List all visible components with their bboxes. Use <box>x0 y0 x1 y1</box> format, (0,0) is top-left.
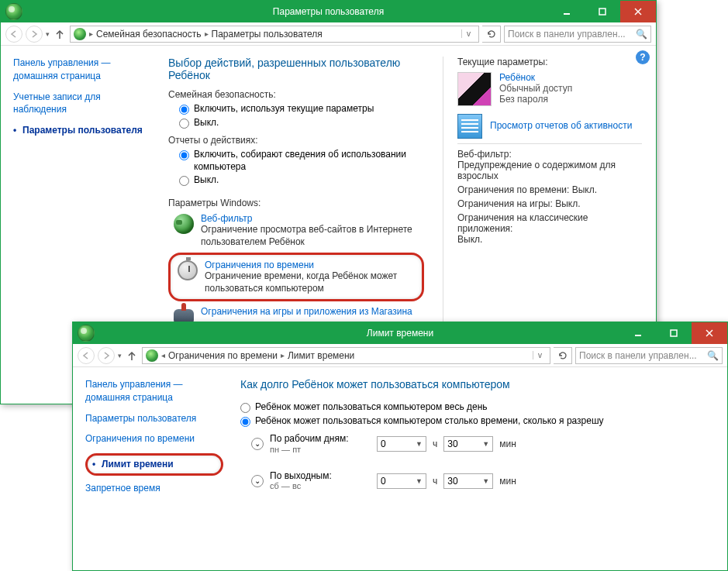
search-placeholder: Поиск в панели управлен... <box>508 29 626 40</box>
refresh-button[interactable] <box>554 347 572 364</box>
forward-button[interactable] <box>98 347 115 364</box>
radio-input[interactable] <box>179 150 189 160</box>
svg-rect-6 <box>671 330 677 336</box>
titlebar[interactable]: Параметры пользователя <box>1 1 656 22</box>
chevron-right-icon[interactable]: ▸ <box>205 29 209 38</box>
radio-input[interactable] <box>179 176 189 186</box>
up-button[interactable] <box>125 349 139 363</box>
window-title: Параметры пользователя <box>273 6 384 17</box>
radio-input[interactable] <box>179 105 189 115</box>
weekday-row: ⌄ По рабочим дням: пн — пт 0▼ ч 30▼ мин <box>251 433 713 455</box>
user-type: Обычный доступ <box>499 83 572 94</box>
sidebar-home-link[interactable]: Панель управления — домашняя страница <box>85 378 223 404</box>
web-filter-title[interactable]: Веб-фильтр <box>201 213 424 224</box>
sidebar-forbidden-time-link[interactable]: Запретное время <box>85 482 223 495</box>
time-limits-item[interactable]: Ограничения по времени Ограничение време… <box>177 260 416 294</box>
activity-reports-block[interactable]: Просмотр отчетов об активности <box>457 114 642 139</box>
expand-icon[interactable]: ⌄ <box>251 475 264 487</box>
sidebar-time-limit-link[interactable]: Лимит времени <box>92 458 216 471</box>
user-password: Без пароля <box>499 94 572 105</box>
radio-limited[interactable]: Ребёнок может пользоваться компьютером с… <box>240 415 713 428</box>
radio-input[interactable] <box>179 119 189 129</box>
weekday-hours-dropdown[interactable]: 0▼ <box>377 436 426 452</box>
svg-rect-1 <box>599 9 606 15</box>
refresh-button[interactable] <box>482 26 501 43</box>
radio-act-off[interactable]: Выкл. <box>179 174 424 187</box>
minimize-button[interactable] <box>620 322 656 344</box>
close-button[interactable] <box>620 1 656 22</box>
weekday-sub: пн — пт <box>270 445 371 455</box>
activity-reports-link[interactable]: Просмотр отчетов об активности <box>490 120 632 132</box>
breadcrumb-icon <box>74 28 86 40</box>
breadcrumb[interactable]: ▸ Ограничения по времени ▸ Лимит времени… <box>142 347 550 364</box>
radio-input[interactable] <box>240 403 250 413</box>
forward-button[interactable] <box>26 26 43 43</box>
status-web-filter: Веб-фильтр: Предупреждение о содержимом … <box>457 149 642 181</box>
divider <box>457 143 642 144</box>
sidebar-user-settings-link[interactable]: Параметры пользователя <box>13 124 151 137</box>
history-dropdown-icon[interactable]: ▾ <box>118 352 122 359</box>
back-button[interactable] <box>5 26 22 43</box>
maximize-button[interactable] <box>656 322 692 344</box>
sidebar-time-limits-link[interactable]: Ограничения по времени <box>85 432 223 445</box>
breadcrumb-dropdown-icon[interactable]: v <box>461 29 475 38</box>
time-limits-highlight: Ограничения по времени Ограничение време… <box>168 253 424 301</box>
help-icon[interactable]: ? <box>636 50 650 64</box>
weekday-mins-dropdown[interactable]: 30▼ <box>443 436 493 452</box>
search-icon[interactable]: 🔍 <box>707 350 719 361</box>
status-classic-apps: Ограничения на классические приложения: … <box>457 212 642 245</box>
web-filter-item[interactable]: Веб-фильтр Ограничение просмотра веб-сай… <box>173 213 424 248</box>
chevron-right-icon[interactable]: ▸ <box>89 29 93 38</box>
weekend-mins-dropdown[interactable]: 30▼ <box>443 473 493 489</box>
window-title: Лимит времени <box>367 328 433 339</box>
stopwatch-icon <box>178 260 198 280</box>
radio-all-day[interactable]: Ребёнок может пользоваться компьютером в… <box>240 401 713 414</box>
maximize-button[interactable] <box>585 1 620 22</box>
back-button[interactable] <box>78 347 95 364</box>
weekend-hours-dropdown[interactable]: 0▼ <box>377 473 426 489</box>
user-block: Ребёнок Обычный доступ Без пароля <box>457 72 642 106</box>
titlebar[interactable]: Лимит времени <box>73 322 727 344</box>
web-filter-desc: Ограничение просмотра веб-сайтов в Интер… <box>201 224 424 248</box>
sidebar-home-link[interactable]: Панель управления — домашняя страница <box>13 57 151 83</box>
up-button[interactable] <box>53 27 67 41</box>
breadcrumb-time-limit[interactable]: Лимит времени <box>288 350 354 361</box>
radio-fs-on[interactable]: Включить, используя текущие параметры <box>179 103 424 115</box>
avatar[interactable] <box>457 72 492 106</box>
sidebar-accounts-link[interactable]: Учетные записи для наблюдения <box>13 91 151 117</box>
radio-input[interactable] <box>240 417 250 427</box>
time-limits-desc: Ограничение времени, когда Ребёнок может… <box>205 270 416 294</box>
mins-unit: мин <box>499 476 516 487</box>
main-panel: Как долго Ребёнок может пользоваться ком… <box>236 367 727 570</box>
history-dropdown-icon[interactable]: ▾ <box>46 30 50 38</box>
radio-fs-off[interactable]: Выкл. <box>179 117 424 129</box>
time-limits-title[interactable]: Ограничения по времени <box>205 260 416 270</box>
status-time-limits: Ограничения по времени: Выкл. <box>457 184 642 195</box>
mins-unit: мин <box>499 439 516 449</box>
hours-unit: ч <box>433 439 437 449</box>
chevron-left-icon[interactable]: ▸ <box>161 351 165 359</box>
breadcrumb-family-safety[interactable]: Семейная безопасность <box>96 29 202 40</box>
sidebar-user-settings-link[interactable]: Параметры пользователя <box>85 412 223 425</box>
breadcrumb-user-settings[interactable]: Параметры пользователя <box>212 29 323 40</box>
breadcrumb-dropdown-icon[interactable]: v <box>533 351 547 359</box>
search-input[interactable]: Поиск в панели управлен... 🔍 <box>504 26 651 43</box>
report-icon <box>457 114 482 139</box>
expand-icon[interactable]: ⌄ <box>251 438 264 450</box>
chevron-down-icon: ▼ <box>482 477 489 485</box>
breadcrumb-time-limits[interactable]: Ограничения по времени <box>168 350 278 361</box>
sidebar: Панель управления — домашняя страница Па… <box>73 367 236 570</box>
search-input[interactable]: Поиск в панели управлен... 🔍 <box>575 347 723 364</box>
weekend-row: ⌄ По выходным: сб — вс 0▼ ч 30▼ мин <box>251 470 713 492</box>
chevron-right-icon[interactable]: ▸ <box>281 351 285 359</box>
breadcrumb-icon <box>146 349 158 362</box>
time-limit-highlight: Лимит времени <box>85 453 223 476</box>
close-button[interactable] <box>692 322 727 344</box>
user-name-link[interactable]: Ребёнок <box>499 72 572 83</box>
family-safety-icon <box>5 3 22 20</box>
games-apps-title[interactable]: Ограничения на игры и приложения из Мага… <box>201 306 412 317</box>
search-icon[interactable]: 🔍 <box>636 29 647 40</box>
breadcrumb[interactable]: ▸ Семейная безопасность ▸ Параметры поль… <box>70 26 479 43</box>
radio-act-on[interactable]: Включить, собирают сведения об использов… <box>179 149 424 173</box>
minimize-button[interactable] <box>549 1 585 22</box>
